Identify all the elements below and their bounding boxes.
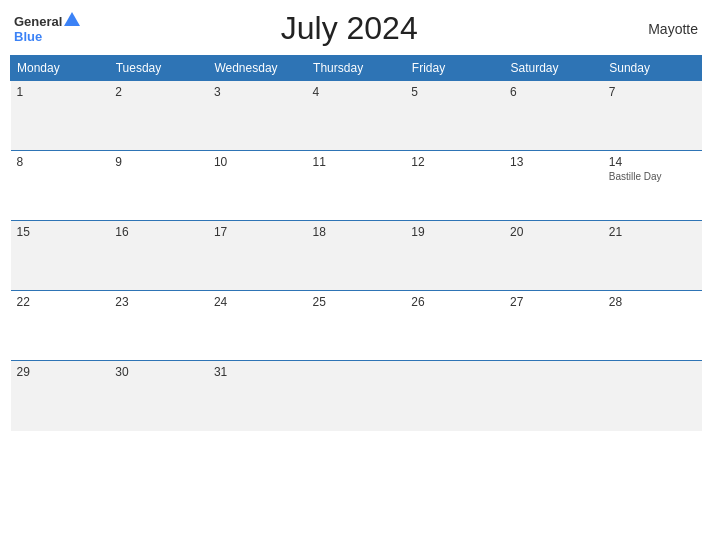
empty-day-cell [603,361,702,431]
day-cell: 22 [11,291,110,361]
logo-triangle-icon [64,12,80,26]
day-cell: 26 [405,291,504,361]
header-friday: Friday [405,56,504,81]
day-cell: 27 [504,291,603,361]
day-cell: 4 [307,81,406,151]
day-cell: 21 [603,221,702,291]
logo: General Blue [14,14,80,44]
day-cell: 15 [11,221,110,291]
day-cell: 23 [109,291,208,361]
week-row-4: 22 23 24 25 26 27 28 [11,291,702,361]
month-title: July 2024 [80,10,618,47]
day-cell: 16 [109,221,208,291]
weekday-header-row: Monday Tuesday Wednesday Thursday Friday… [11,56,702,81]
day-cell: 7 [603,81,702,151]
day-cell: 28 [603,291,702,361]
header-thursday: Thursday [307,56,406,81]
calendar-body: 1 2 3 4 5 6 7 8 9 10 11 12 13 14 Bastill… [11,81,702,431]
day-cell: 6 [504,81,603,151]
empty-day-cell [405,361,504,431]
empty-day-cell [504,361,603,431]
calendar-table: Monday Tuesday Wednesday Thursday Friday… [10,55,702,431]
day-cell: 5 [405,81,504,151]
day-cell: 8 [11,151,110,221]
day-cell: 18 [307,221,406,291]
calendar-container: General Blue July 2024 Mayotte Monday Tu… [0,0,712,550]
empty-day-cell [307,361,406,431]
day-cell: 1 [11,81,110,151]
day-cell: 11 [307,151,406,221]
week-row-1: 1 2 3 4 5 6 7 [11,81,702,151]
day-cell: 10 [208,151,307,221]
week-row-5: 29 30 31 [11,361,702,431]
week-row-2: 8 9 10 11 12 13 14 Bastille Day [11,151,702,221]
day-cell: 31 [208,361,307,431]
day-cell: 25 [307,291,406,361]
logo-general-text: General [14,14,62,29]
day-cell: 20 [504,221,603,291]
day-cell: 13 [504,151,603,221]
header-sunday: Sunday [603,56,702,81]
day-cell: 9 [109,151,208,221]
week-row-3: 15 16 17 18 19 20 21 [11,221,702,291]
header-saturday: Saturday [504,56,603,81]
day-cell: 3 [208,81,307,151]
day-cell: 29 [11,361,110,431]
day-cell: 24 [208,291,307,361]
calendar-header: General Blue July 2024 Mayotte [10,10,702,47]
logo-blue-text: Blue [14,29,42,44]
day-cell: 12 [405,151,504,221]
day-cell: 17 [208,221,307,291]
header-tuesday: Tuesday [109,56,208,81]
day-cell: 2 [109,81,208,151]
region-label: Mayotte [618,21,698,37]
header-wednesday: Wednesday [208,56,307,81]
calendar-header-row: Monday Tuesday Wednesday Thursday Friday… [11,56,702,81]
day-cell: 30 [109,361,208,431]
header-monday: Monday [11,56,110,81]
day-cell-bastille: 14 Bastille Day [603,151,702,221]
day-cell: 19 [405,221,504,291]
